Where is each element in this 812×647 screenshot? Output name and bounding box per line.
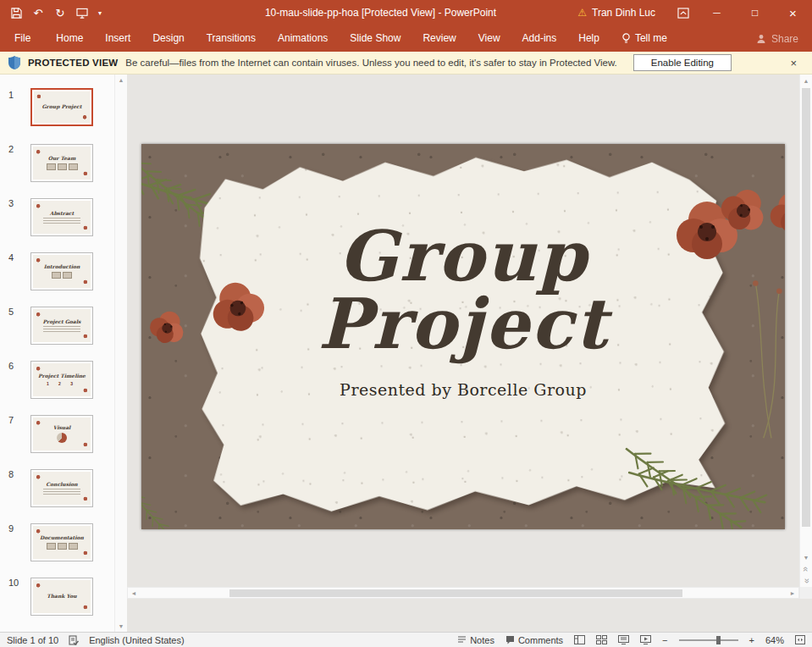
scroll-down-icon[interactable]: ▼ xyxy=(800,551,812,563)
comments-button[interactable]: Comments xyxy=(505,635,563,645)
slide-thumbnail-2[interactable]: Our Team xyxy=(30,144,93,182)
vertical-scrollbar[interactable]: ▲ ▼ « « xyxy=(799,75,812,599)
slide-title-block: Group Project Presented by Borcelle Grou… xyxy=(141,222,785,399)
horizontal-scrollbar[interactable]: ◄ ► xyxy=(127,587,799,599)
main-area: 1 Group Project 2 Our Team 3 Abstract 4 … xyxy=(0,75,812,632)
zoom-slider[interactable] xyxy=(679,639,738,641)
slide-title-line-2: Project xyxy=(141,290,785,357)
notes-button[interactable]: Notes xyxy=(457,635,494,645)
slide-thumbnail-1[interactable]: Group Project xyxy=(30,88,93,126)
account-menu[interactable]: ⚠ Tran Dinh Luc xyxy=(577,7,655,19)
slide-thumbnail-10[interactable]: Thank You xyxy=(30,578,93,616)
tab-insert[interactable]: Insert xyxy=(94,25,141,52)
tab-animations[interactable]: Animations xyxy=(267,25,339,52)
tab-transitions[interactable]: Transitions xyxy=(196,25,267,52)
thumbnail-pane-scrollbar[interactable]: ▲ ▼ xyxy=(114,75,127,632)
slide-canvas[interactable]: Group Project Presented by Borcelle Grou… xyxy=(141,144,785,529)
minimize-button[interactable]: ─ xyxy=(698,0,736,25)
normal-view-icon xyxy=(574,635,585,644)
slide-number: 9 xyxy=(8,523,14,534)
protected-view-message: Be careful—files from the Internet can c… xyxy=(125,58,616,68)
user-name: Tran Dinh Luc xyxy=(592,7,655,19)
vertical-scroll-track[interactable] xyxy=(800,86,812,551)
reading-view-button[interactable] xyxy=(618,635,629,644)
undo-icon[interactable]: ↶ xyxy=(27,1,49,25)
save-icon[interactable] xyxy=(5,1,27,25)
slide-thumbnail-3[interactable]: Abstract xyxy=(30,198,93,236)
slide-number: 6 xyxy=(8,361,14,371)
slide-editor-area: Group Project Presented by Borcelle Grou… xyxy=(127,75,799,632)
zoom-level[interactable]: 64% xyxy=(765,635,784,645)
reading-view-icon xyxy=(618,635,629,644)
notes-icon xyxy=(457,635,467,644)
ribbon-display-options-icon[interactable] xyxy=(669,1,698,25)
slide-thumbnail-6[interactable]: Project Timeline 1 2 3 xyxy=(30,361,93,399)
slide-sorter-icon xyxy=(596,635,607,644)
ribbon-tab-bar: File Home Insert Design Transitions Anim… xyxy=(0,25,812,52)
tab-file[interactable]: File xyxy=(0,25,45,52)
rosemary-sprig-icon xyxy=(141,473,191,529)
next-slide-button[interactable]: « xyxy=(800,575,812,587)
maximize-button[interactable]: □ xyxy=(736,0,774,25)
timeline-numbers: 1 2 3 xyxy=(47,381,77,386)
zoom-in-button[interactable]: + xyxy=(749,635,754,645)
warning-icon[interactable]: ⚠ xyxy=(577,7,587,19)
vertical-scroll-thumb[interactable] xyxy=(802,88,810,527)
tab-design[interactable]: Design xyxy=(141,25,195,52)
slide-number: 8 xyxy=(8,469,14,479)
tell-me-box[interactable]: Tell me xyxy=(610,25,678,52)
message-bar-close-icon[interactable]: × xyxy=(783,57,804,69)
slide-number: 10 xyxy=(8,578,19,588)
slide-show-button[interactable] xyxy=(640,635,651,644)
slide-thumbnail-9[interactable]: Documentation xyxy=(30,523,93,561)
redo-icon[interactable]: ↻ xyxy=(49,1,71,25)
slide-thumbnail-4[interactable]: Introduction xyxy=(30,252,93,290)
protected-view-label: PROTECTED VIEW xyxy=(28,58,118,68)
tab-review[interactable]: Review xyxy=(412,25,467,52)
scroll-down-icon[interactable]: ▼ xyxy=(115,621,127,632)
comments-icon xyxy=(505,635,515,644)
lightbulb-icon xyxy=(621,33,631,44)
slide-number: 3 xyxy=(8,198,14,208)
tab-home[interactable]: Home xyxy=(45,25,94,52)
shield-icon xyxy=(8,56,20,69)
fit-to-window-icon xyxy=(795,635,805,644)
scroll-left-icon[interactable]: ◄ xyxy=(128,588,140,598)
slide-title-line-1: Group xyxy=(141,222,785,290)
scroll-right-icon[interactable]: ► xyxy=(787,588,798,598)
slide-thumbnail-8[interactable]: Conclusion xyxy=(30,469,93,507)
chart-placeholder xyxy=(57,433,67,443)
share-button[interactable]: Share xyxy=(756,25,798,52)
scroll-up-icon[interactable]: ▲ xyxy=(115,75,127,86)
normal-view-button[interactable] xyxy=(574,635,585,644)
slide-thumbnail-5[interactable]: Project Goals xyxy=(30,307,93,345)
slide-number: 4 xyxy=(8,252,14,263)
touch-mode-icon[interactable] xyxy=(71,1,93,25)
enable-editing-button[interactable]: Enable Editing xyxy=(633,54,732,71)
tab-add-ins[interactable]: Add-ins xyxy=(511,25,568,52)
quick-access-toolbar: ↶ ↻ ▾ xyxy=(0,1,107,25)
tab-view[interactable]: View xyxy=(467,25,511,52)
slide-number: 2 xyxy=(8,144,14,154)
previous-slide-button[interactable]: « xyxy=(800,563,812,575)
spell-check-icon[interactable] xyxy=(69,635,79,645)
scrollbar-corner xyxy=(800,587,812,599)
tab-slide-show[interactable]: Slide Show xyxy=(339,25,412,52)
slide-subtitle: Presented by Borcelle Group xyxy=(141,380,785,399)
photo-placeholders xyxy=(47,163,78,170)
photo-placeholders xyxy=(47,543,78,550)
slide-number: 7 xyxy=(8,415,14,425)
slide-indicator[interactable]: Slide 1 of 10 xyxy=(7,635,58,645)
close-button[interactable]: × xyxy=(774,0,812,25)
horizontal-scroll-thumb[interactable] xyxy=(229,589,682,597)
zoom-slider-handle[interactable] xyxy=(716,636,721,644)
scroll-up-icon[interactable]: ▲ xyxy=(800,75,812,86)
slide-thumbnail-7[interactable]: Visual xyxy=(30,415,93,453)
photo-placeholders xyxy=(52,272,72,279)
language-indicator[interactable]: English (United States) xyxy=(89,635,185,645)
slide-sorter-button[interactable] xyxy=(596,635,607,644)
fit-slide-button[interactable] xyxy=(795,635,805,644)
customize-qat-dropdown-icon[interactable]: ▾ xyxy=(93,1,107,25)
zoom-out-button[interactable]: − xyxy=(662,635,667,645)
tab-help[interactable]: Help xyxy=(567,25,610,52)
